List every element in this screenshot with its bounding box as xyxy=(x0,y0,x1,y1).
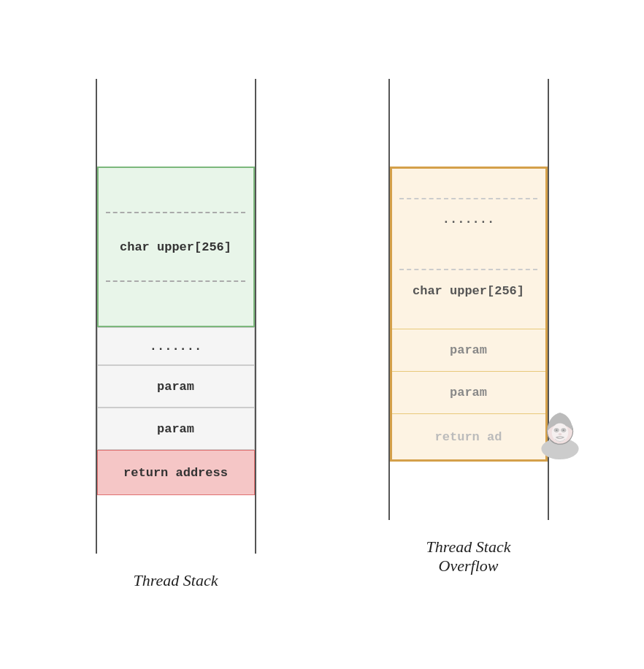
left-return-text: return address xyxy=(123,466,228,480)
svg-point-5 xyxy=(555,429,557,431)
right-param1-text: param xyxy=(450,343,487,357)
right-buffer-label: char upper[256] xyxy=(413,284,524,298)
right-dashed-bottom xyxy=(399,269,537,270)
left-dashed-bottom xyxy=(106,280,245,282)
left-param2-text: param xyxy=(157,422,194,436)
left-buffer-label: char upper[256] xyxy=(120,240,231,254)
svg-point-7 xyxy=(558,433,561,435)
svg-point-6 xyxy=(562,429,564,431)
right-dots-text: ....... xyxy=(442,213,494,226)
right-top-space xyxy=(390,79,548,167)
left-stack-frame: char upper[256] ....... param param retu… xyxy=(96,79,256,554)
right-stack-frame: ....... char upper[256] param param retu… xyxy=(388,79,549,520)
right-dashed-top xyxy=(399,198,537,199)
left-dots-text: ....... xyxy=(150,340,202,353)
left-stack-wrapper: char upper[256] ....... param param retu… xyxy=(96,79,256,590)
left-stack-label: Thread Stack xyxy=(134,571,218,590)
left-return-cell: return address xyxy=(97,450,255,495)
right-param1-cell: param xyxy=(392,329,545,372)
right-return-text: return ad xyxy=(435,430,502,444)
left-param2-cell: param xyxy=(97,408,255,450)
right-param2-text: param xyxy=(450,386,487,400)
right-stack-label: Thread Stack Overflow xyxy=(426,538,511,576)
hacker-icon xyxy=(531,401,589,459)
diagram-container: char upper[256] ....... param param retu… xyxy=(0,64,644,605)
left-top-space xyxy=(97,79,255,167)
right-buffer-cell: ....... char upper[256] xyxy=(392,169,545,329)
overflow-highlight-box: ....... char upper[256] param param retu… xyxy=(390,167,548,462)
right-stack-wrapper: ....... char upper[256] param param retu… xyxy=(388,79,549,576)
right-return-cell: return ad xyxy=(392,414,545,459)
right-param2-cell: param xyxy=(392,372,545,414)
right-bottom-space xyxy=(390,462,548,520)
left-buffer-cell: char upper[256] xyxy=(97,167,255,327)
left-dashed-top xyxy=(106,212,245,213)
left-param1-cell: param xyxy=(97,365,255,408)
left-dots-cell: ....... xyxy=(97,327,255,365)
left-param1-text: param xyxy=(157,380,194,394)
left-bottom-space xyxy=(97,495,255,554)
